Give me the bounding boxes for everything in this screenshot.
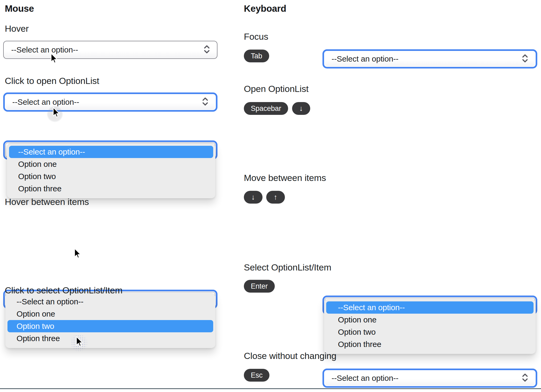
keyboard-section-title: Keyboard — [244, 3, 286, 14]
select-placeholder: --Select an option-- — [325, 374, 398, 383]
option-row[interactable]: Option one — [5, 308, 215, 320]
click-open-optionlist: --Select an option-- Option one Option t… — [3, 140, 217, 200]
focus-select[interactable]: --Select an option-- — [322, 49, 537, 68]
click-select-heading: Click to select OptionList/Item — [5, 285, 123, 296]
move-items-heading: Move between items — [244, 173, 326, 183]
option-row[interactable]: Option two — [324, 326, 536, 338]
down-arrow-key: ↓ — [244, 191, 263, 204]
mouse-cursor-icon — [49, 53, 58, 65]
option-row[interactable]: Option three — [5, 332, 215, 345]
spacebar-key: Spacebar — [244, 102, 288, 115]
mouse-cursor-icon — [51, 107, 60, 119]
select-placeholder: --Select an option-- — [325, 54, 398, 63]
option-row[interactable]: Option three — [7, 183, 215, 195]
option-row[interactable]: Option one — [7, 158, 215, 170]
option-row[interactable]: Option three — [324, 338, 536, 350]
select-placeholder: --Select an option-- — [4, 45, 78, 54]
hover-heading: Hover — [5, 23, 29, 34]
open-optionlist-heading: Open OptionList — [244, 84, 309, 94]
enter-key: Enter — [244, 280, 275, 293]
option-list: --Select an option-- Option one Option t… — [324, 299, 536, 354]
select-chevrons-icon — [201, 97, 209, 107]
option-row-hovered[interactable]: Option two — [7, 320, 213, 332]
hover-select[interactable]: --Select an option-- — [3, 41, 217, 59]
mouse-section-title: Mouse — [5, 3, 34, 14]
option-row[interactable]: --Select an option-- — [5, 296, 215, 308]
focus-heading: Focus — [244, 31, 268, 42]
down-arrow-key: ↓ — [292, 102, 310, 115]
bottom-divider — [0, 388, 541, 389]
option-row[interactable]: Option two — [7, 170, 215, 183]
select-chevrons-icon — [521, 373, 529, 383]
close-select[interactable]: --Select an option-- — [322, 369, 537, 388]
option-list: --Select an option-- Option one Option t… — [5, 293, 215, 348]
select-chevrons-icon — [521, 54, 529, 64]
close-heading: Close without changing — [244, 351, 336, 361]
mouse-cursor-icon — [72, 248, 82, 260]
select-placeholder: --Select an option-- — [5, 98, 79, 107]
select-chevrons-icon — [203, 45, 211, 55]
select-item-heading: Select OptionList/Item — [244, 262, 331, 273]
click-open-select[interactable]: --Select an option-- — [3, 92, 217, 112]
tab-key: Tab — [244, 50, 269, 62]
option-row[interactable]: Option one — [324, 314, 536, 326]
up-arrow-key: ↑ — [266, 191, 285, 204]
option-row[interactable]: --Select an option-- — [326, 301, 534, 314]
hover-items-heading: Hover between items — [5, 197, 89, 207]
option-row[interactable]: --Select an option-- — [9, 146, 213, 158]
esc-key: Esc — [244, 369, 269, 382]
option-list: --Select an option-- Option one Option t… — [7, 143, 215, 198]
click-open-heading: Click to open OptionList — [5, 76, 99, 86]
keyboard-open-optionlist: --Select an option-- Option one Option t… — [322, 296, 537, 355]
hover-items-optionlist: --Select an option-- Option one Option t… — [3, 290, 217, 349]
mouse-cursor-icon — [74, 336, 83, 348]
